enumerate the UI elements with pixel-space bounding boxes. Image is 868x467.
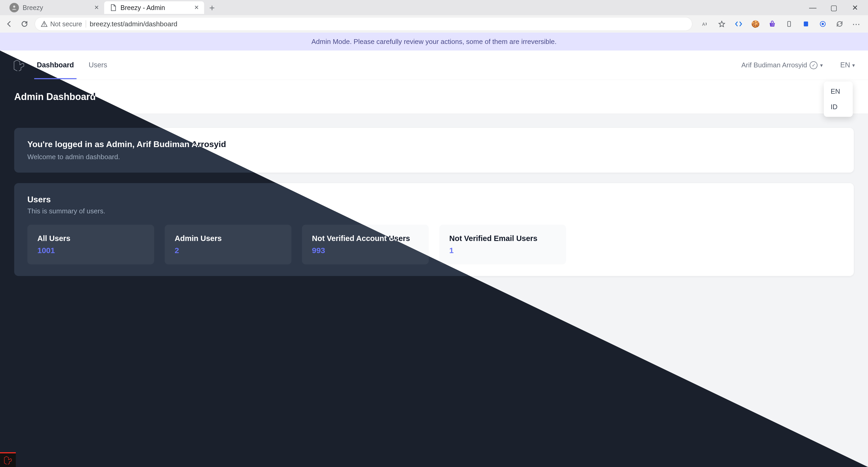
- chevron-down-icon: ▾: [820, 62, 823, 68]
- svg-point-7: [822, 23, 824, 25]
- security-label: Not secure: [50, 20, 82, 28]
- address-bar: Not secure breezy.test/admin/dashboard A…: [0, 15, 868, 33]
- tab-title: Breezy - Admin: [121, 4, 165, 11]
- svg-rect-5: [804, 22, 808, 27]
- close-window-icon[interactable]: ✕: [849, 2, 860, 13]
- minimize-icon[interactable]: —: [807, 2, 818, 13]
- extension-icon[interactable]: 🍪: [751, 19, 760, 29]
- svg-rect-4: [788, 21, 791, 27]
- card-value: 993: [312, 246, 419, 255]
- nav-link-label: Users: [89, 61, 107, 69]
- sync-icon[interactable]: [835, 19, 844, 29]
- laravel-debug-badge[interactable]: [0, 452, 16, 467]
- close-icon[interactable]: ✕: [94, 4, 99, 11]
- card-value: 1001: [37, 246, 144, 255]
- url-text: breezy.test/admin/dashboard: [90, 20, 177, 28]
- option-label: ID: [831, 103, 837, 111]
- close-icon[interactable]: ✕: [194, 4, 199, 11]
- language-dropdown: EN ID: [824, 82, 853, 117]
- language-menu[interactable]: EN ▾: [840, 61, 855, 69]
- favorite-icon[interactable]: [717, 19, 726, 29]
- svg-point-1: [44, 25, 45, 26]
- card-title: Admin Users: [175, 234, 281, 243]
- new-tab-button[interactable]: ＋: [207, 2, 217, 13]
- window-controls: — ▢ ✕: [807, 2, 868, 13]
- browser-tab-bar: Breezy ✕ Breezy - Admin ✕ ＋ — ▢ ✕: [0, 0, 868, 15]
- stat-card-admin-users[interactable]: Admin Users 2: [165, 225, 291, 264]
- browser-tab-active[interactable]: Breezy - Admin ✕: [104, 1, 204, 14]
- browser-actions: A 🍪 12 ⋯: [698, 19, 864, 29]
- insecure-badge[interactable]: Not secure: [41, 20, 82, 28]
- nav-link-label: Dashboard: [37, 61, 74, 69]
- option-label: EN: [831, 87, 840, 95]
- warning-icon: [41, 21, 48, 27]
- chevron-down-icon: ▾: [852, 62, 855, 68]
- read-aloud-icon[interactable]: A: [700, 19, 710, 29]
- divider: [86, 20, 86, 28]
- nav-link-users[interactable]: Users: [86, 51, 110, 79]
- stat-card-unverified-email[interactable]: Not Verified Email Users 1: [439, 225, 566, 264]
- card-title: Not Verified Email Users: [449, 234, 556, 243]
- top-navigation: Dashboard Users Arif Budiman Arrosyid ✓ …: [0, 51, 868, 80]
- verified-icon: ✓: [810, 61, 817, 69]
- card-title: All Users: [37, 234, 144, 243]
- svg-text:12: 12: [771, 23, 774, 26]
- refresh-icon[interactable]: [20, 19, 29, 29]
- file-icon: [110, 4, 117, 11]
- page-title: Admin Dashboard: [14, 91, 96, 102]
- svg-point-0: [13, 5, 15, 8]
- url-input[interactable]: Not secure breezy.test/admin/dashboard: [35, 17, 692, 31]
- browser-tab[interactable]: Breezy ✕: [4, 1, 104, 14]
- card-value: 1: [449, 246, 556, 255]
- shopping-icon[interactable]: 12: [768, 19, 777, 29]
- notes-icon[interactable]: [801, 19, 811, 29]
- browser-chrome: Breezy ✕ Breezy - Admin ✕ ＋ — ▢ ✕ Not se…: [0, 0, 868, 33]
- maximize-icon[interactable]: ▢: [829, 2, 839, 13]
- avatar-icon: [9, 3, 19, 12]
- admin-mode-banner: Admin Mode. Please carefully review your…: [0, 33, 868, 51]
- devtools-icon[interactable]: [734, 19, 743, 29]
- card-value: 2: [175, 246, 281, 255]
- user-menu[interactable]: Arif Budiman Arrosyid ✓ ▾: [742, 61, 823, 69]
- mobile-icon[interactable]: [784, 19, 794, 29]
- tab-title: Breezy: [23, 4, 43, 11]
- stat-card-all-users[interactable]: All Users 1001: [27, 225, 154, 264]
- page: Dashboard Users Arif Budiman Arrosyid ✓ …: [0, 51, 868, 467]
- svg-text:A: A: [702, 22, 705, 27]
- banner-text: Admin Mode. Please carefully review your…: [311, 38, 557, 46]
- language-current: EN: [840, 61, 850, 69]
- page-header: Admin Dashboard: [0, 80, 868, 114]
- user-name: Arif Budiman Arrosyid: [742, 61, 807, 69]
- back-icon[interactable]: [4, 19, 14, 29]
- language-option-id[interactable]: ID: [824, 99, 853, 115]
- browser-menu-icon[interactable]: ⋯: [852, 19, 861, 29]
- record-icon[interactable]: [818, 19, 828, 29]
- language-option-en[interactable]: EN: [824, 84, 853, 99]
